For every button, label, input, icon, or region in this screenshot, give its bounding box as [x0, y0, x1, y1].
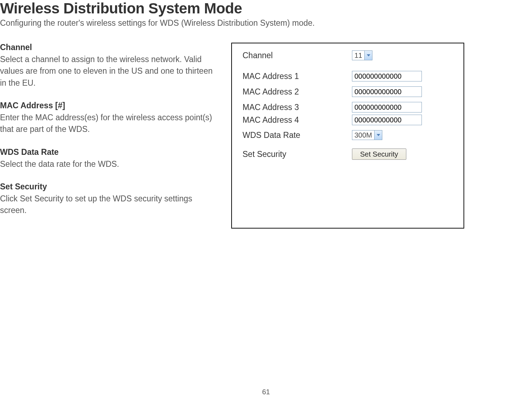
- mac3-input[interactable]: [352, 102, 422, 113]
- chevron-down-icon: [364, 51, 372, 60]
- rate-select[interactable]: 300M: [352, 130, 382, 140]
- mac1-input[interactable]: [352, 71, 422, 81]
- security-heading: Set Security: [0, 182, 217, 192]
- page-title: Wireless Distribution System Mode: [0, 0, 532, 17]
- page-number: 61: [0, 388, 532, 396]
- mac-heading: MAC Address [#]: [0, 101, 217, 110]
- set-security-button[interactable]: Set Security: [352, 148, 406, 160]
- rate-label: WDS Data Rate: [243, 130, 352, 140]
- rate-description: Select the data rate for the WDS.: [0, 158, 217, 170]
- chevron-down-icon: [374, 130, 382, 140]
- rate-value: 300M: [352, 130, 374, 140]
- mac2-label: MAC Address 2: [243, 87, 352, 97]
- channel-description: Select a channel to assign to the wirele…: [0, 54, 217, 89]
- channel-label: Channel: [243, 51, 352, 60]
- channel-select[interactable]: 11: [352, 50, 372, 60]
- mac2-input[interactable]: [352, 86, 422, 97]
- description-column: Channel Select a channel to assign to th…: [0, 43, 217, 229]
- security-description: Click Set Security to set up the WDS sec…: [0, 193, 217, 217]
- security-label: Set Security: [243, 150, 352, 159]
- page-subtitle: Configuring the router's wireless settin…: [0, 18, 532, 28]
- channel-value: 11: [352, 51, 364, 60]
- channel-heading: Channel: [0, 43, 217, 52]
- settings-panel: Channel 11 MAC Address 1 MAC Address 2 M…: [231, 43, 464, 229]
- rate-heading: WDS Data Rate: [0, 147, 217, 157]
- mac1-label: MAC Address 1: [243, 72, 352, 81]
- mac-description: Enter the MAC address(es) for the wirele…: [0, 112, 217, 135]
- mac4-label: MAC Address 4: [243, 115, 352, 125]
- mac4-input[interactable]: [352, 115, 422, 125]
- mac3-label: MAC Address 3: [243, 103, 352, 112]
